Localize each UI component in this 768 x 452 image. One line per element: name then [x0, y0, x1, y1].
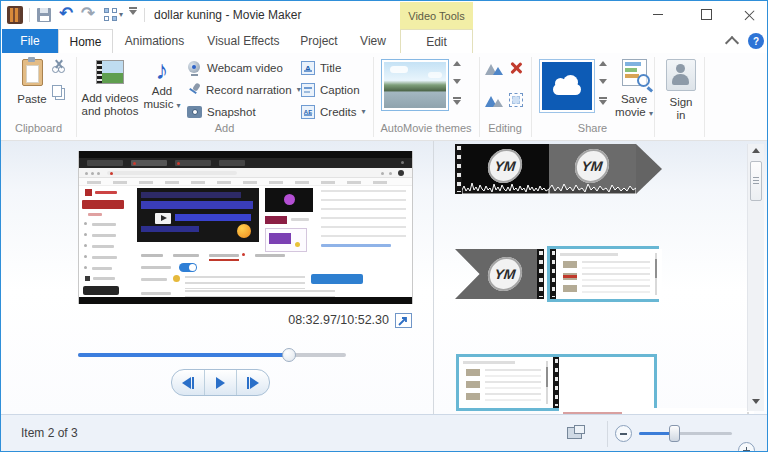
- zoom-slider[interactable]: [639, 432, 732, 435]
- add-music-label-1: Add: [141, 85, 183, 98]
- credits-button[interactable]: AE Credits ▾: [301, 102, 365, 122]
- paste-label: Paste: [11, 93, 53, 106]
- preview-detail: [79, 158, 412, 168]
- redo-button[interactable]: ↷: [81, 3, 95, 24]
- automovie-theme-thumbnail[interactable]: [381, 59, 449, 111]
- tab-file[interactable]: File: [2, 29, 58, 53]
- rotate-left-icon: [485, 61, 502, 75]
- seek-slider-handle[interactable]: [282, 348, 296, 362]
- tab-edit[interactable]: Edit: [400, 29, 473, 53]
- zoom-slider-fill: [639, 432, 671, 435]
- copy-button[interactable]: [52, 85, 66, 99]
- record-narration-button[interactable]: Record narration ▾: [187, 80, 301, 100]
- seek-slider[interactable]: [78, 353, 346, 357]
- tab-home[interactable]: Home: [58, 29, 113, 53]
- remove-button[interactable]: [509, 61, 522, 74]
- main-content: 08:32.97/10:52.30 YM YM YM: [1, 141, 767, 414]
- layout-grid-button[interactable]: ▾: [104, 8, 123, 21]
- qat-more-icon: [129, 7, 137, 14]
- zoom-out-button[interactable]: [615, 425, 632, 442]
- share-gallery-more-button[interactable]: [599, 97, 607, 104]
- audio-waveform: [462, 179, 549, 194]
- next-frame-button[interactable]: [236, 370, 269, 395]
- storyboard-clip-2b-selected[interactable]: [547, 246, 659, 302]
- scroll-up-button[interactable]: [752, 148, 760, 153]
- remove-icon: [509, 61, 522, 74]
- chevron-up-icon: [725, 36, 739, 50]
- save-button[interactable]: [37, 8, 51, 22]
- theme-gallery-more-button[interactable]: [453, 97, 461, 104]
- storyboard-clip-2a[interactable]: YM: [455, 249, 537, 299]
- collapse-ribbon-button[interactable]: [727, 38, 737, 48]
- titlebar: ↶ ↷ ▾ dollar kuning - Movie Maker Video …: [1, 1, 767, 29]
- storyboard-clip-1a[interactable]: YM: [462, 144, 549, 194]
- webcam-icon: [187, 61, 202, 76]
- tab-view[interactable]: View: [347, 29, 399, 53]
- undo-button[interactable]: ↶: [59, 3, 73, 24]
- add-videos-button[interactable]: Add videos and photos: [81, 57, 139, 119]
- tab-project[interactable]: Project: [291, 29, 347, 53]
- storyboard-scrollbar[interactable]: [747, 144, 764, 411]
- webcam-video-button[interactable]: Webcam video: [187, 58, 283, 78]
- save-movie-icon: [622, 59, 647, 86]
- add-music-button[interactable]: ♪ Add music ▾: [141, 57, 183, 119]
- seek-slider-fill: [78, 353, 289, 357]
- rotate-right-button[interactable]: [485, 93, 502, 107]
- share-scroll-down-button[interactable]: [599, 79, 607, 84]
- storyboard-clip-3-selected[interactable]: [456, 354, 657, 411]
- scrollbar-thumb[interactable]: [750, 161, 762, 201]
- save-movie-button[interactable]: Save movie ▾: [613, 57, 655, 119]
- caption-button[interactable]: Caption: [301, 80, 360, 100]
- caption-label: Caption: [320, 84, 360, 96]
- playback-controls: [171, 369, 270, 396]
- ribbon-tabs: File Home Animations Visual Effects Proj…: [1, 29, 767, 53]
- group-label-automovie: AutoMovie themes: [373, 122, 479, 134]
- zoom-in-button[interactable]: [738, 442, 755, 452]
- tab-visual-effects[interactable]: Visual Effects: [196, 29, 291, 53]
- app-icon[interactable]: [7, 6, 23, 24]
- theme-scroll-up-button[interactable]: [453, 61, 461, 66]
- video-preview: [78, 151, 413, 304]
- minimize-icon: [653, 14, 663, 16]
- fullscreen-button[interactable]: [395, 313, 412, 328]
- title-button[interactable]: A Title: [301, 58, 341, 78]
- previous-frame-button[interactable]: [172, 370, 204, 395]
- snapshot-button[interactable]: Snapshot: [187, 102, 256, 122]
- play-icon: [216, 377, 225, 389]
- credits-icon: AE: [301, 105, 315, 119]
- scroll-down-button[interactable]: [752, 399, 760, 404]
- save-movie-label-2: movie ▾: [613, 106, 655, 119]
- storyboard-clip-1b[interactable]: YM: [549, 144, 636, 194]
- close-button[interactable]: [734, 1, 764, 28]
- undo-icon: ↶: [59, 4, 73, 23]
- customize-qat-button[interactable]: [129, 7, 137, 14]
- caption-icon: [301, 83, 315, 97]
- zoom-slider-handle[interactable]: [669, 425, 680, 442]
- preview-detail: [79, 178, 412, 186]
- rotate-right-icon: [485, 93, 502, 107]
- play-button[interactable]: [204, 370, 237, 395]
- sign-in-button[interactable]: Sign in: [659, 57, 703, 119]
- microphone-icon: [187, 83, 201, 98]
- share-scroll-up-button[interactable]: [599, 61, 607, 66]
- rotate-left-button[interactable]: [485, 61, 502, 75]
- thumbnail-size-button[interactable]: [567, 425, 585, 439]
- help-button[interactable]: ?: [748, 33, 764, 49]
- paste-button[interactable]: Paste: [11, 57, 53, 119]
- title-label: Title: [320, 62, 341, 74]
- clip-continues-arrow: [636, 144, 662, 194]
- onedrive-share-tile[interactable]: [539, 59, 595, 113]
- film-sprocket-strip: [455, 144, 462, 194]
- separator: [29, 8, 30, 22]
- select-all-button[interactable]: [509, 93, 523, 107]
- contextual-tab-group-label: Video Tools: [400, 2, 473, 29]
- minimize-button[interactable]: [643, 1, 673, 28]
- maximize-button[interactable]: [691, 1, 721, 28]
- theme-scroll-down-button[interactable]: [453, 79, 461, 84]
- title-icon: A: [301, 61, 315, 75]
- group-separator: [654, 57, 655, 137]
- group-separator: [704, 57, 705, 137]
- close-icon: [744, 9, 755, 20]
- cut-button[interactable]: [51, 59, 66, 73]
- tab-animations[interactable]: Animations: [113, 29, 196, 53]
